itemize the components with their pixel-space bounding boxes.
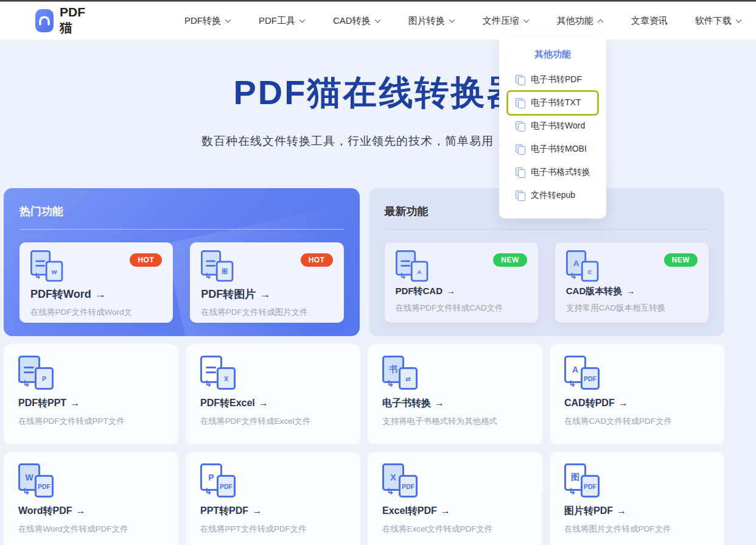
card-description: 在线将PPT文件转成PDF文件 <box>200 524 346 535</box>
arrow-icon: → <box>617 505 626 516</box>
cad-to-pdf-icon: A PDF ↳ <box>564 356 602 390</box>
card-pdf-to-word[interactable]: HOT W ↳ PDF转Word→ 在线将PDF文件转成Word文 <box>19 242 173 323</box>
card-title: PDF转CAD→ <box>396 286 527 297</box>
page-title: PDF猫在线转换器 <box>0 40 756 111</box>
arrow-icon: → <box>446 286 455 296</box>
convert-arrow-icon: ↳ <box>569 378 576 389</box>
card-title: PDF转图片→ <box>201 287 332 301</box>
pdf-to-excel-icon: X ↳ <box>200 356 238 390</box>
new-badge: NEW <box>493 253 527 267</box>
dropdown-item-ebook-to-mobi[interactable]: 电子书转MOBI <box>508 138 597 160</box>
pdf-to-image-icon: 图 ↳ <box>201 250 236 282</box>
arrow-icon: → <box>259 288 270 300</box>
card-title: 电子书转换→ <box>382 397 528 410</box>
document-copy-icon <box>516 191 525 201</box>
nav-item-articles[interactable]: 文章资讯 <box>631 15 668 27</box>
document-copy-icon <box>516 121 525 132</box>
document-copy-icon <box>516 98 525 108</box>
card-pdf-to-image[interactable]: HOT 图 ↳ PDF转图片→ 在线将PDF文件转成图片文件 <box>190 242 343 323</box>
convert-arrow-icon: ↳ <box>205 378 212 389</box>
chevron-down-icon <box>299 18 306 24</box>
card-image-to-pdf[interactable]: 图 PDF ↳ 图片转PDF→ 在线将图片文件转成PDF文件 <box>550 452 724 545</box>
convert-arrow-icon: ↳ <box>387 486 394 497</box>
ebook-convert-icon: 书 ⇄ ↳ <box>382 356 420 390</box>
nav-item-pdf-tools[interactable]: PDF工具 <box>259 15 306 27</box>
tools-grid-row-1: P ↳ PDF转PPT→ 在线将PDF文件转成PPT文件 X ↳ PDF转Exc… <box>4 344 724 445</box>
card-ebook-convert[interactable]: 书 ⇄ ↳ 电子书转换→ 支持将电子书格式转为其他格式 <box>368 344 542 445</box>
card-cad-to-pdf[interactable]: A PDF ↳ CAD转PDF→ 在线将CAD文件转成PDF文件 <box>550 344 724 445</box>
pdf-to-cad-icon: A ↳ <box>396 250 430 282</box>
arrow-icon: → <box>70 398 80 408</box>
card-cad-version-convert[interactable]: NEW A C ↳ CAD版本转换→ 支持常用CAD版本相互转换 <box>555 242 709 323</box>
nav-item-pdf-convert[interactable]: PDF转换 <box>184 15 231 27</box>
card-pdf-to-excel[interactable]: X ↳ PDF转Excel→ 在线将PDF文件转成Excel文件 <box>186 344 360 445</box>
dropdown-item-ebook-format-convert[interactable]: 电子书格式转换 <box>508 161 597 183</box>
chevron-down-icon <box>375 18 381 24</box>
arrow-icon: → <box>95 288 106 300</box>
dropdown-item-ebook-to-txt[interactable]: 电子书转TXT <box>508 92 597 114</box>
card-ppt-to-pdf[interactable]: P PDF ↳ PPT转PDF→ 在线将PPT文件转成PDF文件 <box>186 452 360 545</box>
convert-arrow-icon: ↳ <box>570 271 577 281</box>
image-to-pdf-icon: 图 PDF ↳ <box>564 463 602 498</box>
excel-to-pdf-icon: X PDF ↳ <box>382 463 420 498</box>
pdf-to-word-icon: W ↳ <box>30 250 65 282</box>
card-title: PPT转PDF→ <box>200 505 346 518</box>
arrow-icon: → <box>626 286 635 296</box>
page-subtitle: 数百种在线文件转换工具，行业领先的技术，简单易用，完全免费 <box>0 133 756 149</box>
pdf-to-ppt-icon: P ↳ <box>18 356 56 390</box>
other-functions-dropdown: 其他功能 电子书转PDF 电子书转TXT 电子书转Word 电子书转MOBI 电… <box>499 37 606 219</box>
nav-item-software-download[interactable]: 软件下载 <box>695 15 742 27</box>
card-word-to-pdf[interactable]: W PDF ↳ Word转PDF→ 在线将Word文件转成PDF文件 <box>4 452 178 545</box>
card-description: 在线将图片文件转成PDF文件 <box>564 524 710 535</box>
dropdown-item-ebook-to-word[interactable]: 电子书转Word <box>508 115 597 137</box>
arrow-icon: → <box>441 505 450 516</box>
convert-arrow-icon: ↳ <box>569 486 576 497</box>
pdf-cat-logo-icon <box>35 9 54 32</box>
panel-title: 热门功能 <box>19 204 344 219</box>
card-title: CAD转PDF→ <box>564 397 710 410</box>
nav-item-file-compress[interactable]: 文件压缩 <box>483 15 530 27</box>
card-description: 在线将PDF文件转成图片文件 <box>201 307 332 318</box>
convert-arrow-icon: ↳ <box>387 378 394 389</box>
word-to-pdf-icon: W PDF ↳ <box>18 463 56 498</box>
card-description: 在线将PDF文件转成Excel文件 <box>200 416 346 427</box>
ppt-to-pdf-icon: P PDF ↳ <box>200 463 238 498</box>
card-title: Word转PDF→ <box>18 505 164 518</box>
card-description: 支持常用CAD版本相互转换 <box>566 303 698 314</box>
convert-arrow-icon: ↳ <box>23 378 30 389</box>
card-title: PDF转Word→ <box>30 287 162 301</box>
feature-panels: 热门功能 HOT W ↳ PDF转Word→ 在线将PDF文件转成Word文 H… <box>4 188 724 336</box>
nav-item-image-convert[interactable]: 图片转换 <box>408 15 455 27</box>
convert-arrow-icon: ↳ <box>23 486 30 497</box>
arrow-icon: → <box>76 505 86 516</box>
card-description: 在线将PDF文件转成PPT文件 <box>18 416 164 427</box>
nav-item-other-functions[interactable]: 其他功能 <box>557 15 604 27</box>
document-copy-icon <box>516 167 525 178</box>
card-title: CAD版本转换→ <box>566 286 698 297</box>
logo-text: PDF猫 <box>60 5 90 37</box>
document-copy-icon <box>516 75 525 85</box>
tools-grid-row-2: W PDF ↳ Word转PDF→ 在线将Word文件转成PDF文件 P PDF… <box>4 452 724 545</box>
chevron-down-icon <box>225 18 231 24</box>
card-pdf-to-ppt[interactable]: P ↳ PDF转PPT→ 在线将PDF文件转成PPT文件 <box>4 344 178 445</box>
document-copy-icon <box>516 144 525 155</box>
card-description: 在线将PDF文件转成CAD文件 <box>396 303 527 314</box>
dropdown-item-file-to-epub[interactable]: 文件转epub <box>508 185 597 206</box>
card-title: PDF转PPT→ <box>18 397 164 410</box>
arrow-icon: → <box>618 398 628 408</box>
hot-badge: HOT <box>130 253 162 267</box>
hot-functions-panel: 热门功能 HOT W ↳ PDF转Word→ 在线将PDF文件转成Word文 H… <box>4 188 360 336</box>
logo[interactable]: PDF猫 <box>35 5 90 37</box>
divider <box>19 229 344 230</box>
nav-menu: PDF转换 PDF工具 CAD转换 图片转换 文件压缩 其他功能 文章资讯 软件… <box>184 15 742 27</box>
arrow-icon: → <box>252 505 262 516</box>
card-excel-to-pdf[interactable]: X PDF ↳ Excel转PDF→ 在线将Excel文件转成PDF文件 <box>368 452 542 545</box>
page: { "colors": { "accent": "#4a71e8", "hot-… <box>0 0 756 545</box>
arrow-icon: → <box>259 398 268 408</box>
dropdown-item-ebook-to-pdf[interactable]: 电子书转PDF <box>508 69 597 91</box>
nav-item-cad-convert[interactable]: CAD转换 <box>333 15 381 27</box>
card-description: 在线将Word文件转成PDF文件 <box>18 524 164 535</box>
card-title: PDF转Excel→ <box>200 397 346 410</box>
card-pdf-to-cad[interactable]: NEW A ↳ PDF转CAD→ 在线将PDF文件转成CAD文件 <box>385 242 538 323</box>
chevron-up-icon <box>598 18 604 24</box>
